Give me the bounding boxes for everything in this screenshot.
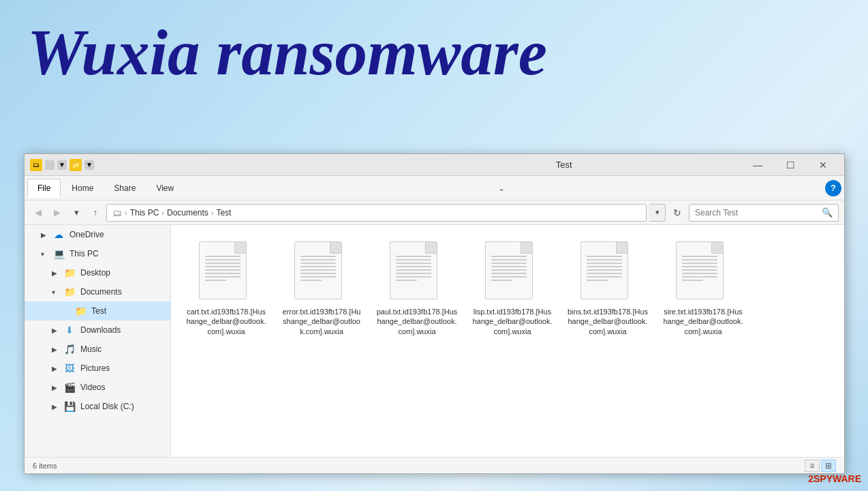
close-button[interactable]: ✕ [807, 155, 839, 175]
file-item-2[interactable]: error.txt.id193fb178.[Hushange_delbar@ou… [277, 236, 366, 342]
expand-arrow-music: ▶ [52, 346, 63, 353]
title-bar-icons: 🗂 ▼ 📁 ▼ [30, 159, 386, 171]
sidebar-label-documents: Documents [80, 287, 122, 297]
window-title: Test [386, 160, 743, 170]
tab-home[interactable]: Home [62, 179, 103, 197]
documents-icon: 📁 [63, 286, 76, 297]
file-icon-2 [294, 241, 349, 303]
file-icon-3 [390, 241, 444, 303]
sidebar-label-thispc: This PC [69, 249, 99, 258]
sidebar-item-localdisk[interactable]: ▶ 💾 Local Disk (C:) [25, 397, 170, 416]
sidebar-label-test: Test [91, 306, 106, 316]
sidebar-label-videos: Videos [80, 383, 105, 392]
videos-icon: 🎬 [63, 382, 76, 393]
file-icon-5 [580, 241, 635, 303]
sidebar-label-onedrive: OneDrive [69, 230, 104, 239]
expand-arrow-downloads: ▶ [52, 327, 63, 334]
desktop-icon: 📁 [63, 267, 76, 278]
sidebar-label-localdisk: Local Disk (C:) [80, 402, 134, 411]
sidebar-item-test[interactable]: 📁 Test [25, 301, 170, 321]
sep3: › [211, 209, 214, 217]
breadcrumb: 🗂 › This PC › Documents › Test [112, 207, 231, 218]
status-text: 6 items [33, 462, 57, 470]
back-button[interactable]: ◀ [30, 205, 46, 221]
address-row: ◀ ▶ ▾ ↑ 🗂 › This PC › Documents › Test ▾… [25, 200, 844, 225]
sidebar-item-videos[interactable]: ▶ 🎬 Videos [25, 378, 170, 397]
ribbon: File Home Share View ⌄ ? [25, 176, 844, 200]
file-label-5: bins.txt.id193fb178.[Hushange_delbar@out… [567, 307, 649, 336]
maximize-button[interactable]: ☐ [775, 155, 806, 175]
test-folder-icon: 📁 [74, 306, 87, 316]
sidebar-item-downloads[interactable]: ▶ ⬇ Downloads [25, 321, 170, 340]
file-item-3[interactable]: paul.txt.id193fb178.[Hushange_delbar@out… [373, 236, 461, 342]
sidebar-item-documents[interactable]: ▾ 📁 Documents [25, 282, 170, 301]
file-grid: cart.txt.id193fb178.[Hushange_delbar@out… [182, 236, 833, 342]
sidebar-label-desktop: Desktop [80, 268, 110, 278]
file-icon-6 [676, 241, 730, 303]
tab-file[interactable]: File [27, 179, 61, 198]
file-label-3: paul.txt.id193fb178.[Hushange_delbar@out… [376, 307, 458, 336]
title-bar: 🗂 ▼ 📁 ▼ Test — ☐ ✕ [25, 154, 844, 176]
sep1: › [125, 209, 127, 217]
file-label-1: cart.txt.id193fb178.[Hushange_delbar@out… [185, 307, 267, 336]
sidebar-label-pictures: Pictures [80, 363, 110, 373]
forward-button[interactable]: ▶ [49, 205, 65, 221]
breadcrumb-test[interactable]: Test [216, 208, 231, 218]
sidebar-item-onedrive[interactable]: ▶ ☁ OneDrive [25, 225, 170, 244]
minimize-button[interactable]: — [742, 155, 773, 175]
sep2: › [161, 209, 164, 217]
address-bar[interactable]: 🗂 › This PC › Documents › Test [106, 204, 647, 222]
file-item-5[interactable]: bins.txt.id193fb178.[Hushange_delbar@out… [563, 236, 652, 342]
expand-arrow-onedrive: ▶ [41, 231, 52, 239]
pc-icon: 💻 [52, 248, 65, 259]
tab-view[interactable]: View [146, 179, 183, 197]
breadcrumb-this-pc[interactable]: This PC [130, 208, 159, 218]
expand-arrow-desktop: ▶ [52, 269, 63, 277]
sidebar-item-desktop[interactable]: ▶ 📁 Desktop [25, 263, 170, 282]
view-btn-icons[interactable]: ⊞ [821, 460, 836, 472]
expand-arrow-videos: ▶ [52, 384, 63, 391]
tb-icon-small2: ▼ [57, 160, 67, 170]
refresh-button[interactable]: ↻ [668, 204, 686, 222]
sidebar-item-thispc[interactable]: ▾ 💻 This PC [25, 244, 170, 263]
file-item-4[interactable]: lisp.txt.id193fb178.[Hushange_delbar@out… [468, 236, 557, 342]
tb-icon-small1 [45, 160, 55, 170]
expand-arrow-pictures: ▶ [52, 365, 63, 372]
folder-icon: 🗂 [30, 159, 42, 171]
tb-icon-folder2: 📁 [69, 159, 82, 171]
sidebar-item-pictures[interactable]: ▶ 🖼 Pictures [25, 359, 170, 378]
article-title: Wuxia ransomware [27, 20, 547, 85]
window-controls: — ☐ ✕ [742, 155, 839, 175]
file-item-1[interactable]: cart.txt.id193fb178.[Hushange_delbar@out… [182, 236, 270, 342]
view-btn-details[interactable]: ≡ [805, 460, 820, 472]
file-item-6[interactable]: sire.txt.id193fb178.[Hushange_delbar@out… [659, 236, 747, 342]
downloads-icon: ⬇ [63, 325, 76, 336]
view-toggle: ≡ ⊞ [805, 460, 836, 472]
address-dropdown-button[interactable]: ▾ [649, 204, 666, 222]
search-box[interactable]: 🔍 [689, 204, 839, 222]
file-label-4: lisp.txt.id193fb178.[Hushange_delbar@out… [471, 307, 553, 336]
sidebar-label-music: Music [80, 344, 102, 354]
main-area: ▶ ☁ OneDrive ▾ 💻 This PC ▶ 📁 Desktop ▾ 📁… [25, 225, 844, 457]
file-area: cart.txt.id193fb178.[Hushange_delbar@out… [171, 225, 844, 457]
up-button[interactable]: ↑ [87, 205, 104, 221]
file-label-6: sire.txt.id193fb178.[Hushange_delbar@out… [662, 307, 744, 336]
help-button[interactable]: ? [825, 180, 841, 196]
sidebar: ▶ ☁ OneDrive ▾ 💻 This PC ▶ 📁 Desktop ▾ 📁… [25, 225, 171, 457]
pictures-icon: 🖼 [63, 363, 76, 374]
expand-arrow-documents: ▾ [52, 288, 63, 296]
file-icon-1 [199, 241, 253, 303]
sidebar-label-downloads: Downloads [80, 325, 121, 335]
expand-arrow-localdisk: ▶ [52, 403, 63, 411]
search-input[interactable] [695, 208, 819, 218]
sidebar-item-music[interactable]: ▶ 🎵 Music [25, 340, 170, 359]
dropdown-nav-button[interactable]: ▾ [68, 205, 84, 221]
onedrive-icon: ☁ [52, 229, 65, 240]
watermark: 2SPYWARE [808, 473, 861, 484]
breadcrumb-documents[interactable]: Documents [167, 208, 208, 218]
disk-icon: 💾 [63, 401, 76, 412]
explorer-window: 🗂 ▼ 📁 ▼ Test — ☐ ✕ File Home Share View … [24, 153, 845, 474]
tab-share[interactable]: Share [104, 179, 145, 197]
search-icon[interactable]: 🔍 [822, 207, 833, 218]
ribbon-expand-icon[interactable]: ⌄ [498, 183, 505, 193]
